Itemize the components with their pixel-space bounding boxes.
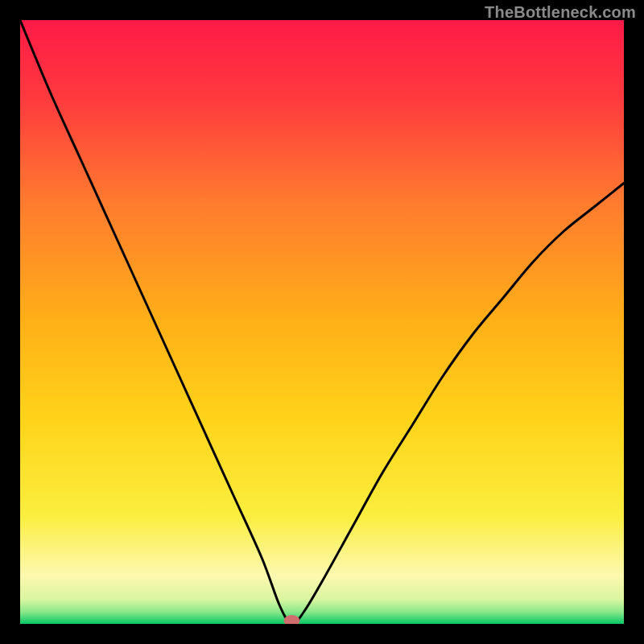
curve-layer <box>20 20 624 624</box>
plot-area <box>20 20 624 624</box>
chart-frame: TheBottleneck.com <box>0 0 644 644</box>
bottleneck-curve <box>20 20 624 624</box>
watermark-text: TheBottleneck.com <box>485 3 636 22</box>
